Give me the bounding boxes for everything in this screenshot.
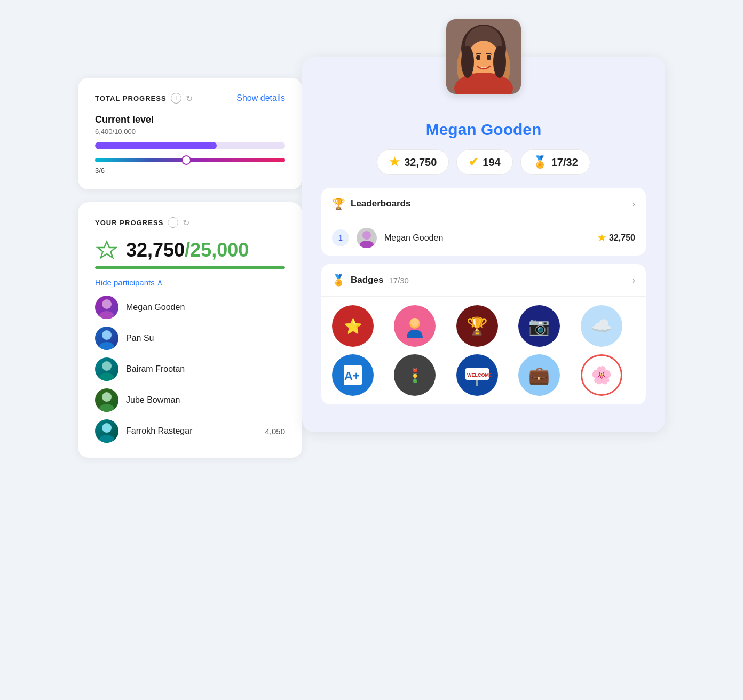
your-progress-refresh-icon[interactable]: ↻	[183, 218, 189, 228]
badge-item: ⭐	[332, 305, 374, 347]
badge-item: 📷	[518, 305, 560, 347]
chevron-right-icon: ›	[632, 198, 635, 210]
badges-title: Badges	[351, 275, 383, 285]
level-slider-track[interactable]	[95, 158, 285, 162]
badge-item: ☁️	[581, 305, 622, 347]
checks-badge: ✔ 194	[456, 149, 512, 175]
badge-item	[394, 305, 436, 347]
lb-score-value: 32,750	[609, 233, 635, 243]
badges-chevron-right-icon: ›	[632, 275, 635, 286]
leaderboards-section: 🏆 Leaderboards › 1 Megan Gooden ★ 32,750	[321, 188, 646, 256]
list-item[interactable]: Pan Su	[95, 327, 285, 350]
badges-section: 🏅 Badges 17/30 › ⭐	[321, 264, 646, 404]
medal-section-icon: 🏅	[332, 274, 345, 287]
info-icon[interactable]: i	[171, 93, 181, 104]
badge-item: 🏆	[456, 305, 498, 347]
svg-point-2	[99, 311, 114, 319]
list-item[interactable]: Jube Bowman	[95, 388, 285, 412]
participant-name: Farrokh Rastegar	[126, 426, 193, 436]
participant-score: 4,050	[265, 427, 285, 436]
avatar	[95, 296, 118, 319]
list-item[interactable]: Megan Gooden	[95, 296, 285, 319]
svg-point-4	[99, 342, 114, 350]
svg-point-21	[362, 231, 371, 240]
badge-item: 🌸	[581, 354, 622, 396]
leaderboards-header[interactable]: 🏆 Leaderboards ›	[321, 188, 646, 220]
avatar	[95, 327, 118, 350]
svg-point-7	[102, 392, 112, 402]
refresh-icon[interactable]: ↻	[186, 93, 193, 104]
leaderboard-row[interactable]: 1 Megan Gooden ★ 32,750	[321, 220, 646, 256]
profile-photo	[446, 19, 521, 94]
badges-count: 17/30	[389, 276, 409, 285]
your-progress-card: YOUR PROGRESS i ↻ 32,750/25,000	[78, 202, 302, 458]
svg-point-10	[99, 435, 114, 443]
total-progress-header: TOTAL PROGRESS i ↻ Show details	[95, 93, 285, 104]
svg-point-3	[102, 330, 112, 340]
your-score-value: 32,750/25,000	[126, 239, 249, 261]
avatar	[95, 357, 118, 381]
svg-marker-0	[98, 242, 116, 258]
lb-score: ★ 32,750	[597, 232, 635, 244]
svg-point-24	[410, 318, 419, 327]
avatar	[95, 419, 118, 443]
badges-header[interactable]: 🏅 Badges 17/30 ›	[321, 264, 646, 297]
your-progress-header: YOUR PROGRESS i ↻	[95, 217, 285, 228]
leaderboards-title: Leaderboards	[351, 198, 410, 209]
show-details-link[interactable]: Show details	[236, 93, 285, 103]
level-step: 3/6	[95, 166, 285, 174]
lb-name: Megan Gooden	[384, 233, 443, 243]
your-progress-info-icon[interactable]: i	[168, 217, 178, 228]
star-icon: ★	[389, 155, 400, 169]
checks-value: 194	[483, 156, 500, 169]
total-progress-fill	[95, 142, 217, 149]
stats-row: ★ 32,750 ✔ 194 🏅 17/32	[321, 149, 646, 175]
total-progress-card: TOTAL PROGRESS i ↻ Show details Current …	[78, 78, 302, 189]
stars-value: 32,750	[404, 156, 437, 169]
svg-point-9	[102, 423, 112, 433]
svg-point-16	[476, 55, 480, 60]
profile-card: Megan Gooden ★ 32,750 ✔ 194 🏅 17/32 🏆 Le…	[302, 57, 665, 432]
trophy-icon: 🏆	[332, 197, 345, 210]
check-circle-icon: ✔	[469, 155, 478, 169]
profile-photo-wrap	[446, 19, 521, 94]
level-fraction: 6,400/10,000	[95, 128, 285, 136]
avatar	[95, 388, 118, 412]
medal-icon: 🏅	[533, 155, 547, 169]
profile-name: Megan Gooden	[426, 121, 542, 139]
svg-point-5	[102, 361, 112, 371]
participant-list: Megan Gooden Pan Su	[95, 296, 285, 443]
your-progress-title: YOUR PROGRESS	[95, 219, 163, 227]
list-item[interactable]: Farrokh Rastegar 4,050	[95, 419, 285, 443]
svg-point-17	[487, 55, 491, 60]
badge-item: 💼	[518, 354, 560, 396]
svg-point-8	[99, 404, 114, 412]
svg-point-1	[102, 299, 112, 309]
svg-rect-29	[476, 380, 478, 386]
slider-thumb[interactable]	[181, 155, 191, 165]
your-progress-score-row: 32,750/25,000	[95, 238, 285, 262]
participant-name: Pan Su	[126, 333, 154, 343]
participant-name: Megan Gooden	[126, 303, 185, 312]
star-outline-icon	[95, 238, 118, 262]
participant-name: Bairam Frootan	[126, 364, 185, 374]
your-progress-fill	[95, 266, 285, 269]
badges-grid: ⭐ 🏆 📷	[321, 297, 646, 404]
chevron-up-icon: ∧	[157, 277, 163, 287]
svg-text:WELCOME: WELCOME	[467, 372, 492, 378]
list-item[interactable]: Bairam Frootan	[95, 357, 285, 381]
lb-avatar	[357, 228, 377, 248]
svg-point-22	[360, 241, 374, 248]
medals-badge: 🏅 17/32	[520, 149, 590, 175]
hide-participants-link[interactable]: Hide participants ∧	[95, 277, 285, 287]
svg-point-20	[493, 46, 506, 78]
current-level-label: Current level	[95, 114, 285, 125]
svg-text:A+: A+	[344, 369, 360, 383]
total-progress-title: TOTAL PROGRESS	[95, 94, 167, 102]
total-progress-bar	[95, 142, 285, 149]
badge-item: WELCOME	[456, 354, 498, 396]
lb-star-icon: ★	[597, 232, 606, 244]
badge-item: 🚦	[394, 354, 436, 396]
rank-badge: 1	[332, 229, 349, 246]
stars-badge: ★ 32,750	[377, 149, 449, 175]
